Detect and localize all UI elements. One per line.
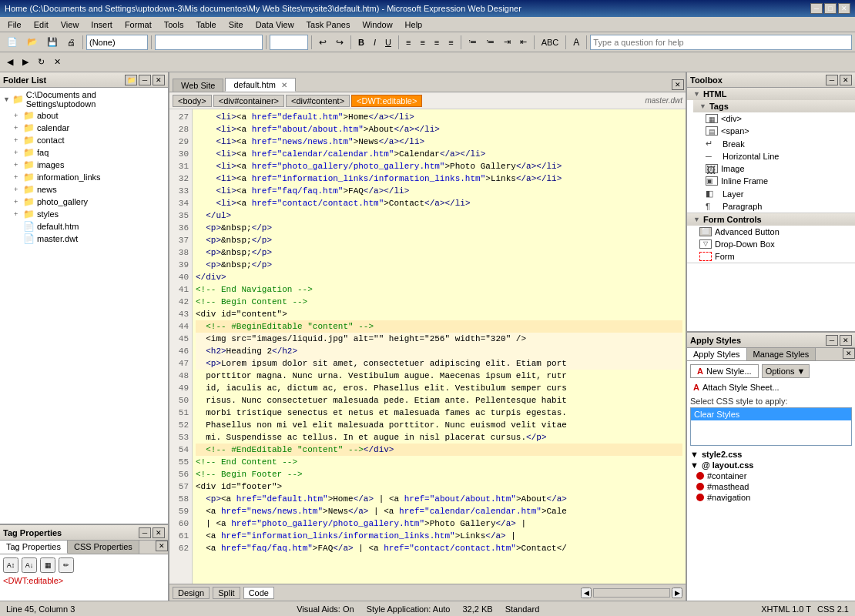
- menu-item-window[interactable]: Window: [357, 19, 397, 30]
- toolbox-item-layer[interactable]: ◧ Layer: [693, 187, 855, 200]
- open-button[interactable]: 📂: [23, 35, 42, 50]
- menu-item-file[interactable]: File: [3, 19, 26, 30]
- underline-button[interactable]: U: [381, 35, 395, 50]
- stop-button[interactable]: ✕: [50, 55, 65, 70]
- align-right-button[interactable]: ≡: [431, 35, 443, 50]
- tree-item-faq[interactable]: +📁faq: [2, 146, 166, 159]
- menu-item-view[interactable]: View: [56, 19, 84, 30]
- indent-button[interactable]: ⇥: [500, 35, 515, 50]
- align-justify-button[interactable]: ≡: [444, 35, 457, 50]
- tab-default-htm[interactable]: default.htm ✕: [225, 78, 295, 92]
- tag-props-btn1[interactable]: A↕: [3, 557, 18, 573]
- css-props-close-btn[interactable]: ✕: [156, 541, 168, 551]
- split-view-btn[interactable]: Split: [213, 587, 240, 599]
- apply-styles-close-btn[interactable]: ✕: [840, 335, 852, 346]
- publish-button[interactable]: 🖨: [63, 35, 79, 50]
- tree-item-information_links[interactable]: +📁information_links: [2, 171, 166, 183]
- menu-item-task panes[interactable]: Task Panes: [302, 19, 355, 30]
- refresh-button[interactable]: ↻: [34, 55, 49, 70]
- hscrollbar[interactable]: [593, 588, 670, 598]
- layout-css-header[interactable]: ▼ @ layout.css: [690, 460, 852, 470]
- tag-props-minimize-btn[interactable]: ─: [139, 527, 151, 538]
- toolbox-item-adv-button[interactable]: ⬜ Advanced Button: [687, 226, 855, 238]
- nav-fwd-button[interactable]: ▶: [18, 55, 32, 70]
- menu-item-data view[interactable]: Data View: [251, 19, 299, 30]
- toolbox-item-form[interactable]: Form: [687, 250, 855, 263]
- code-view-btn[interactable]: Code: [243, 587, 274, 599]
- tree-item-contact[interactable]: +📁contact: [2, 134, 166, 146]
- maximize-button[interactable]: □: [824, 3, 837, 14]
- options-button[interactable]: Options ▼: [762, 364, 810, 378]
- tab-tag-properties[interactable]: Tag Properties: [0, 541, 68, 554]
- toolbox-item-dropdown[interactable]: ▽ Drop-Down Box: [687, 238, 855, 250]
- tag-props-btn4[interactable]: ✏: [59, 557, 74, 573]
- toolbox-item-span[interactable]: ▤ <span>: [693, 125, 855, 137]
- menu-item-tools[interactable]: Tools: [159, 19, 189, 30]
- breadcrumb-dwt[interactable]: <DWT:editable>: [351, 95, 422, 107]
- style-dropdown[interactable]: [86, 35, 148, 50]
- folder-list-close-btn[interactable]: ✕: [153, 75, 165, 85]
- apply-tab-apply[interactable]: Apply Styles: [687, 348, 747, 360]
- tab-css-properties[interactable]: CSS Properties: [68, 541, 139, 554]
- tree-root[interactable]: ▼ 📁 C:\Documents and Settings\uptodown: [2, 89, 166, 109]
- toolbox-html-header[interactable]: ▼ HTML: [687, 88, 855, 100]
- save-button[interactable]: 💾: [43, 35, 62, 50]
- menu-item-table[interactable]: Table: [191, 19, 220, 30]
- menu-item-help[interactable]: Help: [401, 19, 428, 30]
- editor-close-btn[interactable]: ✕: [672, 79, 684, 90]
- undo-button[interactable]: ↩: [315, 35, 330, 50]
- toolbox-forms-header[interactable]: ▼ Form Controls: [687, 213, 855, 226]
- tag-props-btn3[interactable]: ▦: [40, 557, 55, 573]
- toolbox-item-image[interactable]: 🖼 Image: [693, 162, 855, 175]
- new-button[interactable]: 📄: [3, 35, 22, 50]
- spelling-button[interactable]: ABC: [538, 35, 563, 50]
- tab-web-site[interactable]: Web Site: [173, 79, 223, 92]
- toolbox-item-break[interactable]: ↵ Break: [693, 137, 855, 150]
- apply-styles-tab-close-btn[interactable]: ✕: [843, 348, 855, 359]
- minimize-button[interactable]: ─: [810, 3, 823, 14]
- css-item-container[interactable]: #container: [690, 470, 852, 481]
- breadcrumb-body[interactable]: <body>: [173, 95, 212, 107]
- help-input[interactable]: [590, 35, 852, 50]
- tag-props-close-btn[interactable]: ✕: [153, 527, 165, 538]
- tree-item-master-dwt[interactable]: 📄master.dwt: [2, 233, 166, 245]
- close-button[interactable]: ✕: [838, 3, 850, 14]
- apply-tab-manage[interactable]: Manage Styles: [747, 348, 816, 360]
- toolbox-item-paragraph[interactable]: ¶ Paragraph: [693, 200, 855, 213]
- tree-item-calendar[interactable]: +📁calendar: [2, 122, 166, 134]
- list-ordered-button[interactable]: ≔: [482, 35, 498, 50]
- apply-styles-minimize-btn[interactable]: ─: [826, 335, 838, 346]
- tree-item-default-htm[interactable]: 📄default.htm: [2, 220, 166, 233]
- tree-item-photo_gallery[interactable]: +📁photo_gallery: [2, 196, 166, 208]
- tree-item-styles[interactable]: +📁styles: [2, 208, 166, 220]
- css-item-navigation[interactable]: #navigation: [690, 492, 852, 503]
- new-style-button[interactable]: A New Style...: [690, 364, 759, 378]
- folder-list-new-btn[interactable]: 📁: [125, 75, 137, 85]
- tree-item-images[interactable]: +📁images: [2, 159, 166, 171]
- tree-item-news[interactable]: +📁news: [2, 183, 166, 196]
- redo-button[interactable]: ↪: [332, 35, 347, 50]
- font-color-button[interactable]: A: [569, 35, 583, 50]
- font-size-input[interactable]: 0.8em: [270, 35, 308, 50]
- toolbox-minimize-btn[interactable]: ─: [826, 75, 838, 85]
- align-left-button[interactable]: ≡: [402, 35, 414, 50]
- clear-styles-item[interactable]: Clear Styles: [691, 408, 851, 420]
- menu-item-site[interactable]: Site: [224, 19, 248, 30]
- hscroll-right-btn[interactable]: ▶: [672, 588, 682, 598]
- list-unordered-button[interactable]: ≔: [464, 35, 481, 50]
- toolbox-close-btn[interactable]: ✕: [840, 75, 852, 85]
- menu-item-edit[interactable]: Edit: [29, 19, 53, 30]
- design-view-btn[interactable]: Design: [173, 587, 210, 599]
- breadcrumb-content[interactable]: <div#content>: [286, 95, 350, 107]
- toolbox-item-iframe[interactable]: ▣ Inline Frame: [693, 175, 855, 187]
- italic-button[interactable]: I: [370, 35, 380, 50]
- toolbox-tags-header[interactable]: ▼ Tags: [693, 100, 855, 112]
- hscroll-left-btn[interactable]: ◀: [581, 588, 592, 598]
- code-editor[interactable]: 2728293031323334353637383940414243444546…: [169, 109, 686, 584]
- menu-item-format[interactable]: Format: [120, 19, 156, 30]
- folder-list-minimize-btn[interactable]: ─: [139, 75, 151, 85]
- menu-item-insert[interactable]: Insert: [86, 19, 117, 30]
- font-name-input[interactable]: Verdana, Arial, Helvetica, s: [155, 35, 263, 50]
- toolbox-item-div[interactable]: ▦ <div>: [693, 112, 855, 125]
- style2-header[interactable]: ▼ style2.css: [690, 449, 852, 460]
